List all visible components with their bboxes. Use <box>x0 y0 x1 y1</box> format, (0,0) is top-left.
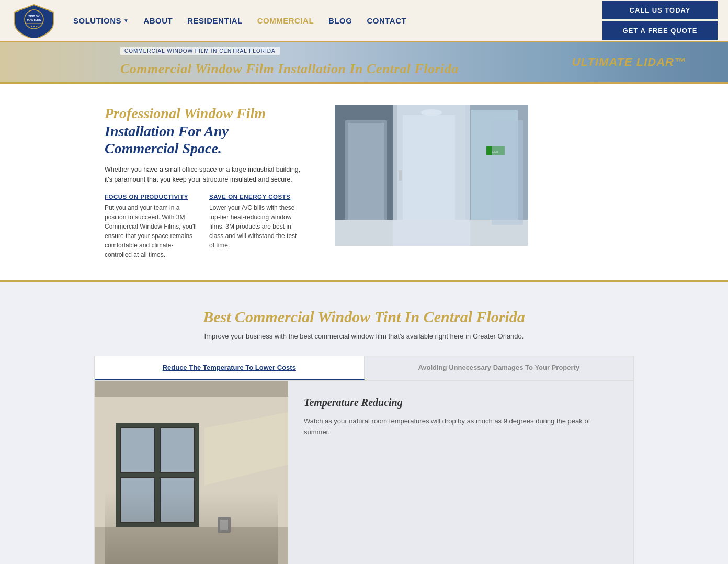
svg-rect-23 <box>160 428 194 472</box>
svg-rect-20 <box>95 527 288 564</box>
nav-contact[interactable]: CONTACT <box>367 16 406 25</box>
svg-rect-16 <box>486 146 505 155</box>
nav-solutions[interactable]: SOLUTIONS ▼ <box>73 16 129 25</box>
tab-avoid-damages[interactable]: Avoiding Unnecessary Damages To Your Pro… <box>365 356 634 380</box>
section1-intro: Whether you have a small office space or… <box>105 165 303 185</box>
tab-text-content: Temperature Reducing Watch as your natur… <box>288 381 633 564</box>
site-header: TINT BY MASTERS ★ ★ ★ SOLUTIONS ▼ ABOUT … <box>0 0 728 42</box>
svg-text:TINT BY: TINT BY <box>28 15 40 18</box>
tabs-container: Reduce The Temperature To Lower Costs Av… <box>94 356 634 564</box>
corridor-illustration: EXIT <box>335 105 528 246</box>
nav-residential[interactable]: RESIDENTIAL <box>187 16 243 25</box>
svg-rect-24 <box>121 478 155 522</box>
svg-text:★ ★ ★: ★ ★ ★ <box>30 25 39 28</box>
section-best-commercial: Best Commercial Window Tint In Central F… <box>0 282 728 564</box>
tab-reduce-temperature[interactable]: Reduce The Temperature To Lower Costs <box>95 356 365 380</box>
main-nav: SOLUTIONS ▼ ABOUT RESIDENTIAL COMMERCIAL… <box>73 16 602 25</box>
svg-rect-27 <box>95 381 288 397</box>
breadcrumb: COMMERCIAL WINDOW FILM IN CENTRAL FLORID… <box>120 47 280 55</box>
section2-subtitle: Improve your business with the best comm… <box>94 332 634 340</box>
header-cta-buttons: CALL US TODAY GET A FREE QUOTE <box>602 1 718 40</box>
features-grid: Focus On Productivity Put you and your t… <box>105 194 303 260</box>
logo-area[interactable]: TINT BY MASTERS ★ ★ ★ <box>10 4 58 38</box>
hero-title: Commercial Window Film Installation In C… <box>120 61 459 77</box>
svg-rect-29 <box>220 520 228 530</box>
nav-blog[interactable]: BLOG <box>328 16 352 25</box>
tab-room-image <box>95 381 288 564</box>
svg-rect-14 <box>335 220 528 246</box>
room-illustration <box>95 381 288 564</box>
get-quote-button[interactable]: GET A FREE QUOTE <box>602 21 718 40</box>
tab-content-area: Temperature Reducing Watch as your natur… <box>95 381 633 564</box>
section1-image: EXIT <box>335 105 528 246</box>
logo-icon: TINT BY MASTERS ★ ★ ★ <box>10 4 58 38</box>
svg-rect-13 <box>399 170 402 181</box>
chevron-down-icon: ▼ <box>123 18 129 24</box>
tab-content-description: Watch as your natural room temperatures … <box>304 416 618 438</box>
svg-text:MASTERS: MASTERS <box>27 18 41 21</box>
feature2-title: Save On Energy Costs <box>209 194 303 200</box>
feature-energy: Save On Energy Costs Lower your A/C bill… <box>209 194 303 260</box>
svg-rect-7 <box>397 105 465 246</box>
svg-rect-28 <box>218 517 231 533</box>
hero-banner: COMMERCIAL WINDOW FILM IN CENTRAL FLORID… <box>0 42 728 84</box>
svg-point-15 <box>421 109 442 116</box>
hero-watermark: ULTIMATE LIDAR™ <box>572 55 686 69</box>
tabs-navigation: Reduce The Temperature To Lower Costs Av… <box>95 356 633 381</box>
nav-commercial[interactable]: COMMERCIAL <box>257 16 314 25</box>
feature-productivity: Focus On Productivity Put you and your t… <box>105 194 199 260</box>
section2-heading: Best Commercial Window Tint In Central F… <box>94 308 634 326</box>
svg-rect-10 <box>348 123 384 233</box>
section-professional: Professional Window Film Installation Fo… <box>0 84 728 282</box>
svg-rect-11 <box>403 115 455 241</box>
section1-heading: Professional Window Film Installation Fo… <box>105 105 303 157</box>
feature2-desc: Lower your A/C bills with these top-tier… <box>209 203 303 250</box>
section1-text: Professional Window Film Installation Fo… <box>105 105 303 260</box>
feature1-title: Focus On Productivity <box>105 194 199 200</box>
nav-about[interactable]: ABOUT <box>143 16 173 25</box>
call-us-button[interactable]: CALL US TODAY <box>602 1 718 19</box>
feature1-desc: Put you and your team in a position to s… <box>105 203 199 260</box>
svg-rect-25 <box>160 478 194 522</box>
svg-text:EXIT: EXIT <box>492 150 499 153</box>
tab-content-title: Temperature Reducing <box>304 397 618 409</box>
svg-rect-22 <box>121 428 155 472</box>
